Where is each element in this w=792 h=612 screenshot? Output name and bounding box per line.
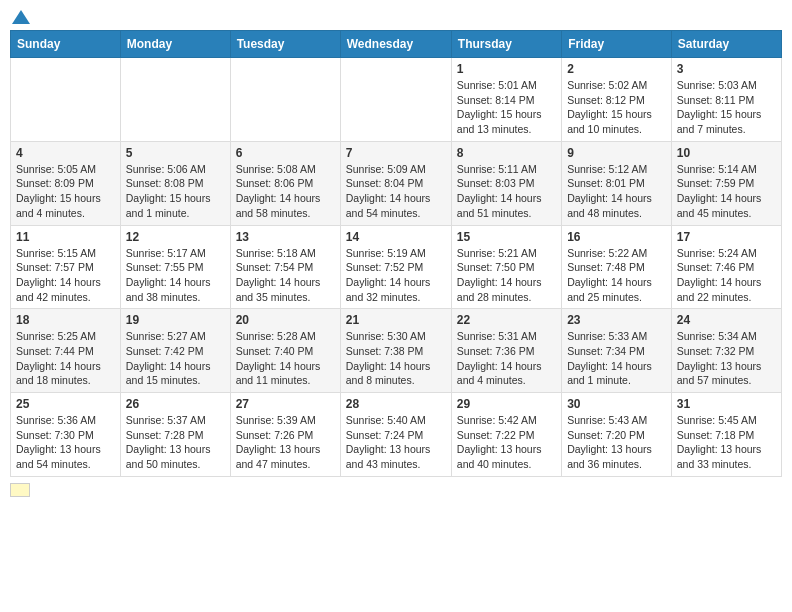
calendar-cell: 22Sunrise: 5:31 AMSunset: 7:36 PMDayligh… <box>451 309 561 393</box>
day-info: Sunrise: 5:03 AMSunset: 8:11 PMDaylight:… <box>677 78 776 137</box>
header-day-monday: Monday <box>120 31 230 58</box>
calendar-cell: 17Sunrise: 5:24 AMSunset: 7:46 PMDayligh… <box>671 225 781 309</box>
day-number: 16 <box>567 230 666 244</box>
day-number: 28 <box>346 397 446 411</box>
day-info: Sunrise: 5:34 AMSunset: 7:32 PMDaylight:… <box>677 329 776 388</box>
calendar-cell: 15Sunrise: 5:21 AMSunset: 7:50 PMDayligh… <box>451 225 561 309</box>
calendar-cell: 20Sunrise: 5:28 AMSunset: 7:40 PMDayligh… <box>230 309 340 393</box>
logo-icon <box>12 8 30 26</box>
day-info: Sunrise: 5:05 AMSunset: 8:09 PMDaylight:… <box>16 162 115 221</box>
day-number: 10 <box>677 146 776 160</box>
day-info: Sunrise: 5:08 AMSunset: 8:06 PMDaylight:… <box>236 162 335 221</box>
day-number: 8 <box>457 146 556 160</box>
day-number: 11 <box>16 230 115 244</box>
day-number: 23 <box>567 313 666 327</box>
day-info: Sunrise: 5:33 AMSunset: 7:34 PMDaylight:… <box>567 329 666 388</box>
day-info: Sunrise: 5:37 AMSunset: 7:28 PMDaylight:… <box>126 413 225 472</box>
day-number: 17 <box>677 230 776 244</box>
day-number: 3 <box>677 62 776 76</box>
week-row-1: 1Sunrise: 5:01 AMSunset: 8:14 PMDaylight… <box>11 58 782 142</box>
day-info: Sunrise: 5:31 AMSunset: 7:36 PMDaylight:… <box>457 329 556 388</box>
day-number: 2 <box>567 62 666 76</box>
week-row-2: 4Sunrise: 5:05 AMSunset: 8:09 PMDaylight… <box>11 141 782 225</box>
day-info: Sunrise: 5:22 AMSunset: 7:48 PMDaylight:… <box>567 246 666 305</box>
day-number: 24 <box>677 313 776 327</box>
calendar-cell: 24Sunrise: 5:34 AMSunset: 7:32 PMDayligh… <box>671 309 781 393</box>
calendar-cell: 11Sunrise: 5:15 AMSunset: 7:57 PMDayligh… <box>11 225 121 309</box>
day-info: Sunrise: 5:25 AMSunset: 7:44 PMDaylight:… <box>16 329 115 388</box>
calendar-cell: 30Sunrise: 5:43 AMSunset: 7:20 PMDayligh… <box>562 393 672 477</box>
day-info: Sunrise: 5:17 AMSunset: 7:55 PMDaylight:… <box>126 246 225 305</box>
calendar-cell: 1Sunrise: 5:01 AMSunset: 8:14 PMDaylight… <box>451 58 561 142</box>
day-info: Sunrise: 5:02 AMSunset: 8:12 PMDaylight:… <box>567 78 666 137</box>
day-number: 26 <box>126 397 225 411</box>
day-info: Sunrise: 5:39 AMSunset: 7:26 PMDaylight:… <box>236 413 335 472</box>
calendar-cell: 23Sunrise: 5:33 AMSunset: 7:34 PMDayligh… <box>562 309 672 393</box>
calendar-cell: 8Sunrise: 5:11 AMSunset: 8:03 PMDaylight… <box>451 141 561 225</box>
day-number: 25 <box>16 397 115 411</box>
calendar-cell: 25Sunrise: 5:36 AMSunset: 7:30 PMDayligh… <box>11 393 121 477</box>
calendar-cell: 19Sunrise: 5:27 AMSunset: 7:42 PMDayligh… <box>120 309 230 393</box>
calendar-cell: 13Sunrise: 5:18 AMSunset: 7:54 PMDayligh… <box>230 225 340 309</box>
day-info: Sunrise: 5:21 AMSunset: 7:50 PMDaylight:… <box>457 246 556 305</box>
day-info: Sunrise: 5:11 AMSunset: 8:03 PMDaylight:… <box>457 162 556 221</box>
calendar-cell: 28Sunrise: 5:40 AMSunset: 7:24 PMDayligh… <box>340 393 451 477</box>
footer <box>10 483 782 497</box>
calendar-cell: 18Sunrise: 5:25 AMSunset: 7:44 PMDayligh… <box>11 309 121 393</box>
day-number: 4 <box>16 146 115 160</box>
svg-marker-0 <box>12 10 30 24</box>
header-day-wednesday: Wednesday <box>340 31 451 58</box>
day-info: Sunrise: 5:09 AMSunset: 8:04 PMDaylight:… <box>346 162 446 221</box>
week-row-5: 25Sunrise: 5:36 AMSunset: 7:30 PMDayligh… <box>11 393 782 477</box>
day-info: Sunrise: 5:27 AMSunset: 7:42 PMDaylight:… <box>126 329 225 388</box>
day-info: Sunrise: 5:14 AMSunset: 7:59 PMDaylight:… <box>677 162 776 221</box>
calendar-cell: 21Sunrise: 5:30 AMSunset: 7:38 PMDayligh… <box>340 309 451 393</box>
calendar-cell: 5Sunrise: 5:06 AMSunset: 8:08 PMDaylight… <box>120 141 230 225</box>
calendar-cell: 29Sunrise: 5:42 AMSunset: 7:22 PMDayligh… <box>451 393 561 477</box>
header-day-friday: Friday <box>562 31 672 58</box>
day-number: 29 <box>457 397 556 411</box>
calendar-cell: 16Sunrise: 5:22 AMSunset: 7:48 PMDayligh… <box>562 225 672 309</box>
day-number: 7 <box>346 146 446 160</box>
calendar-cell: 9Sunrise: 5:12 AMSunset: 8:01 PMDaylight… <box>562 141 672 225</box>
day-number: 18 <box>16 313 115 327</box>
day-info: Sunrise: 5:19 AMSunset: 7:52 PMDaylight:… <box>346 246 446 305</box>
day-info: Sunrise: 5:01 AMSunset: 8:14 PMDaylight:… <box>457 78 556 137</box>
calendar-cell: 31Sunrise: 5:45 AMSunset: 7:18 PMDayligh… <box>671 393 781 477</box>
calendar-cell <box>11 58 121 142</box>
day-info: Sunrise: 5:12 AMSunset: 8:01 PMDaylight:… <box>567 162 666 221</box>
week-row-3: 11Sunrise: 5:15 AMSunset: 7:57 PMDayligh… <box>11 225 782 309</box>
day-number: 21 <box>346 313 446 327</box>
calendar-cell: 12Sunrise: 5:17 AMSunset: 7:55 PMDayligh… <box>120 225 230 309</box>
day-info: Sunrise: 5:36 AMSunset: 7:30 PMDaylight:… <box>16 413 115 472</box>
calendar-cell: 4Sunrise: 5:05 AMSunset: 8:09 PMDaylight… <box>11 141 121 225</box>
day-info: Sunrise: 5:24 AMSunset: 7:46 PMDaylight:… <box>677 246 776 305</box>
logo <box>10 10 30 22</box>
calendar-table: SundayMondayTuesdayWednesdayThursdayFrid… <box>10 30 782 477</box>
calendar-cell <box>120 58 230 142</box>
day-number: 14 <box>346 230 446 244</box>
daylight-box <box>10 483 30 497</box>
day-number: 20 <box>236 313 335 327</box>
day-number: 1 <box>457 62 556 76</box>
header-row: SundayMondayTuesdayWednesdayThursdayFrid… <box>11 31 782 58</box>
header-day-tuesday: Tuesday <box>230 31 340 58</box>
day-number: 9 <box>567 146 666 160</box>
calendar-cell: 26Sunrise: 5:37 AMSunset: 7:28 PMDayligh… <box>120 393 230 477</box>
day-number: 12 <box>126 230 225 244</box>
header-day-thursday: Thursday <box>451 31 561 58</box>
day-info: Sunrise: 5:30 AMSunset: 7:38 PMDaylight:… <box>346 329 446 388</box>
header-day-saturday: Saturday <box>671 31 781 58</box>
calendar-cell: 6Sunrise: 5:08 AMSunset: 8:06 PMDaylight… <box>230 141 340 225</box>
day-number: 15 <box>457 230 556 244</box>
day-number: 19 <box>126 313 225 327</box>
calendar-cell: 7Sunrise: 5:09 AMSunset: 8:04 PMDaylight… <box>340 141 451 225</box>
day-number: 30 <box>567 397 666 411</box>
day-number: 27 <box>236 397 335 411</box>
calendar-cell <box>230 58 340 142</box>
day-info: Sunrise: 5:42 AMSunset: 7:22 PMDaylight:… <box>457 413 556 472</box>
day-number: 5 <box>126 146 225 160</box>
calendar-cell: 10Sunrise: 5:14 AMSunset: 7:59 PMDayligh… <box>671 141 781 225</box>
header <box>10 10 782 22</box>
day-number: 22 <box>457 313 556 327</box>
